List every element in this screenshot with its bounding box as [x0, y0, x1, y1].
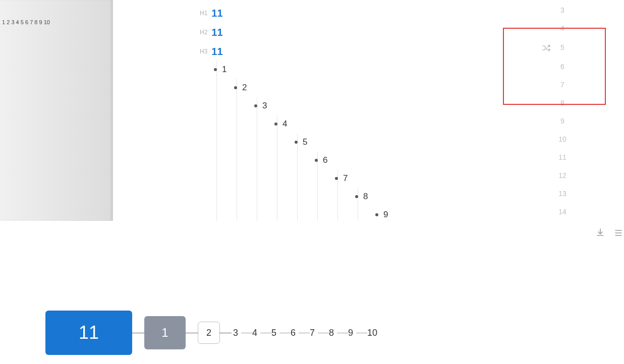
highlight-box: [503, 28, 606, 105]
indent-guide: [257, 97, 257, 221]
gutter-line-number: 9: [556, 117, 569, 125]
indent-guide: [237, 79, 237, 221]
breadcrumb-node[interactable]: 3: [232, 328, 239, 338]
list-item[interactable]: 5: [295, 133, 307, 151]
breadcrumb-node[interactable]: 5: [270, 328, 277, 338]
gutter-line-number: 10: [556, 135, 569, 143]
heading-tag: H2: [200, 29, 207, 36]
minimap[interactable]: 1 2 3 4 5 6 7 8 9 10: [0, 0, 113, 221]
breadcrumb-node[interactable]: 10: [366, 328, 378, 338]
breadcrumb-node[interactable]: 9: [347, 328, 354, 338]
heading-h1[interactable]: H1 11: [200, 4, 223, 22]
gutter-line-number: 12: [556, 171, 569, 179]
list-item[interactable]: 7: [335, 169, 348, 188]
heading-h2[interactable]: H2 11: [200, 23, 223, 41]
gutter-line-number: 3: [556, 6, 569, 14]
bullet-icon: [214, 68, 217, 71]
bullet-icon: [234, 86, 237, 89]
menu-icon[interactable]: [615, 229, 622, 239]
bullet-icon: [355, 195, 358, 198]
heading-h3[interactable]: H3 11: [200, 42, 223, 60]
minimap-row: 1 2 3 4 5 6 7 8 9 10: [0, 19, 50, 25]
breadcrumb-trail: 11 1 2 3 4 5 6 7 8 9 10: [45, 311, 390, 355]
heading-text: 11: [211, 8, 222, 19]
heading-tag: H3: [200, 48, 207, 55]
breadcrumb-node[interactable]: 2: [198, 322, 220, 344]
breadcrumb-root[interactable]: 11: [45, 311, 132, 355]
breadcrumb-panel: 11 1 2 3 4 5 6 7 8 9 10: [0, 221, 624, 364]
bullet-icon: [315, 159, 318, 162]
gutter-line-number: 14: [556, 208, 569, 216]
heading-tag: H1: [200, 10, 207, 17]
breadcrumb-node[interactable]: 8: [328, 328, 335, 338]
list-item[interactable]: 6: [315, 151, 327, 169]
bullet-icon: [254, 104, 257, 107]
bullet-icon: [295, 141, 298, 144]
download-icon[interactable]: [596, 228, 605, 239]
breadcrumb-node[interactable]: 4: [251, 328, 258, 338]
list-item[interactable]: 1: [214, 60, 226, 79]
editor-pane: 1 2 3 4 5 6 7 8 9 10 H1 11 H2 11 H3 11: [0, 0, 624, 221]
breadcrumb-node[interactable]: 1: [144, 316, 186, 349]
list-item[interactable]: 4: [274, 115, 287, 133]
breadcrumb-node[interactable]: 7: [309, 328, 316, 338]
gutter-line-number: 13: [556, 190, 569, 198]
breadcrumb-node[interactable]: 6: [290, 328, 297, 338]
gutter-line-number: 11: [556, 153, 569, 161]
heading-text: 11: [211, 46, 222, 57]
indent-guide: [216, 60, 217, 221]
list-item[interactable]: 2: [234, 79, 247, 97]
bullet-icon: [274, 123, 277, 126]
list-item[interactable]: 3: [254, 97, 267, 115]
bullet-icon: [335, 177, 338, 180]
list-item[interactable]: 8: [355, 188, 368, 206]
heading-text: 11: [211, 27, 222, 38]
bullet-icon: [375, 213, 378, 216]
